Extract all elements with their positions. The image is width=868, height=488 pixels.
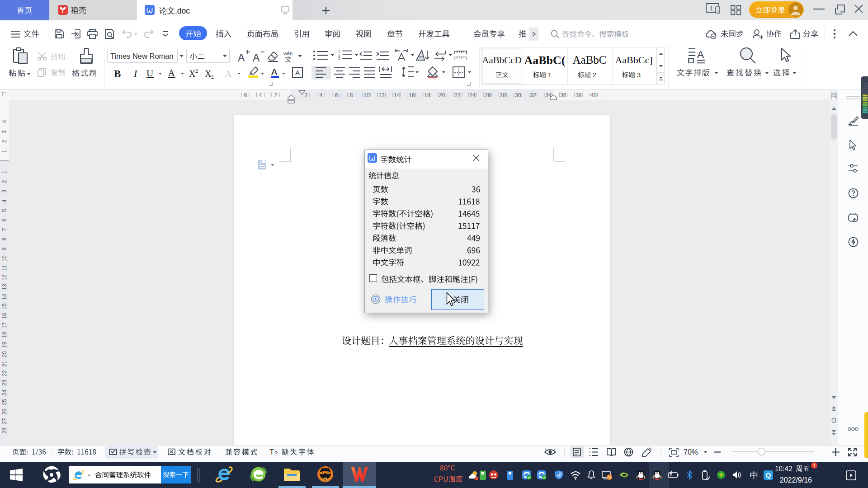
svg-text:23: 23 [1, 380, 8, 386]
svg-text:3: 3 [1, 130, 8, 133]
svg-text:Q: Q [766, 471, 771, 479]
svg-text:24: 24 [1, 389, 8, 396]
svg-text:10: 10 [1, 255, 8, 262]
svg-text:36: 36 [560, 92, 566, 99]
svg-text:20: 20 [1, 351, 8, 357]
svg-text:A: A [253, 52, 260, 64]
svg-text:17: 17 [1, 322, 8, 328]
svg-text:AaBbCc]: AaBbCc] [615, 54, 652, 66]
svg-text:3: 3 [1, 189, 8, 192]
svg-text:1: 1 [1, 150, 8, 153]
svg-text:40: 40 [590, 92, 597, 99]
svg-text:12: 12 [378, 92, 385, 99]
svg-text:26: 26 [1, 408, 8, 415]
svg-text:19: 19 [1, 342, 8, 348]
svg-text:1: 1 [813, 463, 816, 468]
svg-text:论文.doc: 论文.doc [159, 6, 190, 15]
svg-text:6: 6 [244, 92, 247, 99]
svg-text:2: 2 [1, 140, 8, 143]
svg-text:K: K [324, 478, 326, 481]
svg-text:A: A [271, 67, 278, 77]
svg-text:28: 28 [500, 92, 506, 99]
svg-text:3: 3 [637, 71, 641, 79]
svg-text:A: A [295, 69, 300, 76]
svg-text:A: A [225, 68, 232, 79]
svg-text:2: 2 [593, 71, 596, 79]
svg-text:10: 10 [363, 92, 370, 99]
svg-text:2022/9/16: 2022/9/16 [780, 476, 812, 484]
svg-text:2: 2 [1, 180, 8, 183]
svg-text:14: 14 [1, 294, 8, 300]
svg-text:X: X [189, 69, 196, 79]
svg-text:18: 18 [1, 332, 8, 338]
svg-text:7: 7 [1, 228, 8, 231]
svg-text:X: X [205, 69, 212, 79]
svg-text:4: 4 [259, 92, 262, 99]
svg-text:?: ? [274, 450, 278, 457]
svg-text:A: A [238, 52, 245, 64]
svg-text:1: 1 [1, 170, 8, 174]
svg-text:25: 25 [1, 399, 8, 405]
svg-text:26: 26 [485, 92, 491, 99]
svg-text:24: 24 [469, 92, 476, 99]
svg-text:16: 16 [1, 313, 8, 319]
svg-text:6: 6 [335, 92, 338, 99]
svg-text:8: 8 [350, 92, 353, 99]
svg-text:28: 28 [1, 427, 8, 434]
svg-text:4: 4 [1, 120, 8, 123]
svg-text:4: 4 [1, 199, 8, 202]
svg-text:A: A [168, 68, 175, 78]
svg-text:22: 22 [1, 370, 8, 376]
svg-text:AaBbC: AaBbC [573, 54, 607, 66]
svg-text:wén: wén [283, 51, 292, 56]
svg-text:8: 8 [1, 237, 8, 240]
svg-text:15: 15 [1, 303, 8, 310]
svg-text:A: A [697, 48, 704, 60]
svg-text:5: 5 [1, 209, 8, 212]
svg-text:Times New Roman: Times New Roman [110, 52, 174, 60]
svg-text:16: 16 [409, 92, 415, 99]
svg-text:9: 9 [1, 247, 8, 250]
svg-text:2: 2 [211, 74, 214, 80]
svg-text:AaBbCcD: AaBbCcD [482, 55, 522, 66]
svg-text:38: 38 [576, 92, 582, 99]
svg-text:20: 20 [439, 92, 445, 99]
svg-text:3: 3 [338, 56, 340, 61]
svg-text:70%: 70% [684, 448, 698, 456]
svg-text:2: 2 [195, 68, 198, 74]
svg-text:B: B [114, 68, 121, 80]
svg-text:1: 1 [709, 5, 712, 12]
svg-text:30: 30 [515, 92, 521, 99]
svg-text:6: 6 [1, 218, 8, 221]
svg-text:32: 32 [530, 92, 536, 99]
svg-text:4: 4 [320, 92, 323, 99]
svg-text:22: 22 [454, 92, 461, 99]
svg-text:AaBbC(: AaBbC( [524, 54, 565, 67]
svg-text:2: 2 [274, 92, 277, 99]
svg-text:T: T [269, 448, 274, 456]
svg-text:18: 18 [424, 92, 430, 99]
svg-text:1: 1 [548, 71, 552, 79]
svg-text:12: 12 [1, 274, 8, 281]
svg-text:13: 13 [1, 284, 8, 290]
svg-text:11: 11 [1, 265, 8, 271]
svg-text:21: 21 [1, 361, 8, 367]
svg-text:27: 27 [1, 418, 8, 424]
svg-text:14: 14 [394, 92, 400, 99]
